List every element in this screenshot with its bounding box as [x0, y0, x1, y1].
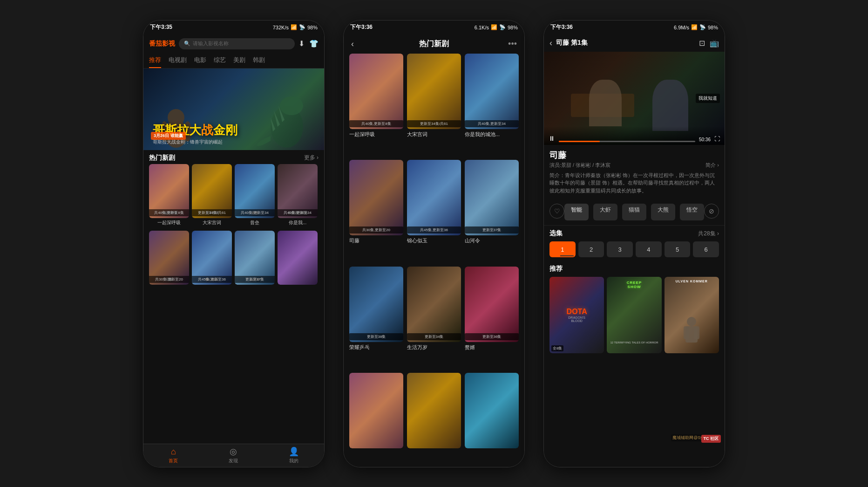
- drama-cast-3: 演员:景甜 / 张彬彬 / 李沐宸: [549, 162, 610, 169]
- server-maomao-3[interactable]: 猫猫: [622, 204, 646, 220]
- tc-badge: TC 社区: [701, 435, 721, 443]
- drama-name-1-2: 大宋宫词: [192, 219, 232, 226]
- figure1: [589, 80, 622, 126]
- status-bar-2: 下午3:36 6.1K/s 📶 📡 98%: [344, 21, 524, 34]
- ep-5-3[interactable]: 5: [665, 241, 691, 257]
- ep-2-3[interactable]: 2: [578, 241, 604, 257]
- rec-card-ulven-3[interactable]: ULVEN KOMMER: [665, 277, 719, 353]
- download-icon-1[interactable]: ⬇: [298, 39, 305, 48]
- status-icons-1: 732K/s 📶 📡 98%: [273, 24, 318, 30]
- drama-list-card-2-8[interactable]: 更新至34集 生活万岁: [407, 267, 461, 370]
- banner-1[interactable]: 哥斯拉大战金刚 3月26日 谁能赢 哥斯拉大战金刚：锋兽宇宙的崛起: [143, 69, 324, 150]
- drama-list-card-2-2[interactable]: 更新至34集/共61 大宋宫词: [407, 54, 461, 157]
- drama-list-card-2-9[interactable]: 更新至36集 赘婿: [465, 267, 519, 370]
- page-header-2: ‹ 热门新剧 •••: [344, 34, 524, 54]
- drama-card-1b-4[interactable]: [278, 231, 318, 285]
- svg-rect-12: [694, 326, 699, 339]
- drama-list-card-2-1[interactable]: 共40集,更新至8集 一起深呼吸: [349, 54, 403, 157]
- drama-list-name-2-9: 赘婿: [465, 344, 519, 351]
- more-link-hot-1[interactable]: 更多 ›: [304, 154, 319, 162]
- action-more-3[interactable]: ⊘: [704, 204, 719, 220]
- nav-tab-movie-1[interactable]: 电影: [194, 53, 206, 68]
- battery-1: 98%: [307, 25, 318, 30]
- ulven-title: ULVEN KOMMER: [666, 280, 717, 283]
- drama-list-name-2-7: 荣耀乒乓: [349, 344, 403, 351]
- rec-thumb-ulven-3: ULVEN KOMMER: [665, 277, 719, 353]
- ep-3-3[interactable]: 3: [607, 241, 633, 257]
- cast-icon-3[interactable]: 📺: [710, 39, 719, 48]
- drama-list-card-2-12[interactable]: [465, 373, 519, 467]
- drama-grid-1: 一起深呼吸 共40集,更新至8集 一起深呼吸 大宋宫词 更新至34集/共61 大…: [143, 164, 324, 226]
- dota-title: DOTA: [567, 308, 587, 316]
- drama-card-1b-1[interactable]: 司藤 共30集,更新至20: [149, 231, 189, 285]
- video-player-3[interactable]: 我就知道 ⏸ 50:36 ⛶: [544, 52, 725, 145]
- drama-list-name-2-1: 一起深呼吸: [349, 131, 403, 138]
- drama-card-1-2[interactable]: 大宋宫词 更新至34集/共61 大宋宫词: [192, 164, 232, 226]
- drama-list-card-2-6[interactable]: 更新至37集 山河令: [465, 160, 519, 263]
- drama-list-card-2-3[interactable]: 共40集,更新至34 你是我的城池...: [465, 54, 519, 157]
- drama-list-badge-2-1: 共40集,更新至8集: [349, 120, 403, 127]
- nav-tabs-1: 推荐 电视剧 电影 综艺 美剧 韩剧: [143, 53, 324, 69]
- episode-count-3[interactable]: 共28集 ›: [698, 230, 719, 238]
- server-daxiong-3[interactable]: 大熊: [651, 204, 675, 220]
- drama-list-thumb-2-5: 共45集,更新至36: [407, 160, 461, 235]
- progress-bar-3[interactable]: [559, 141, 695, 142]
- ep-4-3[interactable]: 4: [636, 241, 662, 257]
- bottom-nav-home-1[interactable]: ⌂ 首页: [169, 447, 178, 464]
- ep-6-3[interactable]: 6: [693, 241, 719, 257]
- nav-tab-variety-1[interactable]: 综艺: [214, 53, 226, 68]
- shirt-icon-1[interactable]: 👕: [309, 39, 319, 48]
- nav-tab-us-1[interactable]: 美剧: [233, 53, 245, 68]
- action-like-3[interactable]: ♡: [549, 204, 564, 220]
- nav-tab-tv-1[interactable]: 电视剧: [169, 53, 187, 68]
- pause-btn-3[interactable]: ⏸: [549, 135, 555, 142]
- creeps-subtitle: 12 TERRIFYING TALES OF HORROR: [607, 341, 661, 344]
- drama-card-1-4[interactable]: 你是我的城池 共40集,更新至34 你是我...: [278, 164, 318, 226]
- nav-tab-recommend-1[interactable]: 推荐: [149, 53, 161, 68]
- drama-card-1-1[interactable]: 一起深呼吸 共40集,更新至8集 一起深呼吸: [149, 164, 189, 226]
- rec-card-creeps-3[interactable]: CREEP SHOW 12 TERRIFYING TALES OF HORROR: [607, 277, 661, 353]
- drama-list-badge-2-7: 更新至38集: [349, 333, 403, 340]
- nav-tab-kr-1[interactable]: 韩剧: [253, 53, 265, 68]
- drama-list-card-2-7[interactable]: 更新至38集 荣耀乒乓: [349, 267, 403, 370]
- drama-list-thumb-2-8: 更新至34集: [407, 267, 461, 342]
- drama-card-1b-3[interactable]: 山河令 更新至37集: [235, 231, 275, 285]
- drama-list-thumb-2-12: [465, 373, 519, 448]
- person-silhouette: [680, 316, 703, 353]
- drama-more-link-3[interactable]: 简介 ›: [705, 162, 719, 169]
- video-header-3: ‹ 司藤 第1集 ⊡ 📺: [544, 34, 725, 52]
- drama-card-1b-2[interactable]: 锦心似玉 共45集,更新至36: [192, 231, 232, 285]
- rec-thumb-dota-3: DOTA DRAGON'SBLOOD 全8集: [549, 277, 604, 353]
- ep-1-3[interactable]: 1: [549, 241, 576, 257]
- pip-icon-3[interactable]: ⊡: [699, 39, 705, 48]
- drama-list-name-2-8: 生活万岁: [407, 344, 461, 351]
- drama-main-title-3: 司藤: [549, 150, 719, 161]
- back-btn-2[interactable]: ‹: [351, 39, 354, 49]
- ep-progress-1-3: [551, 255, 574, 256]
- server-wukong-3[interactable]: 悟空: [680, 204, 704, 220]
- bottom-nav-profile-1[interactable]: 👤 我的: [289, 446, 299, 464]
- video-back-3[interactable]: ‹: [549, 38, 552, 48]
- drama-list-card-2-10[interactable]: [349, 373, 403, 467]
- drama-list-card-2-5[interactable]: 共45集,更新至36 锦心似玉: [407, 160, 461, 263]
- bottom-nav-discover-1[interactable]: ◎ 发现: [229, 446, 238, 464]
- status-bar-3: 下午3:36 6.9M/s 📶 📡 98%: [544, 21, 725, 34]
- drama-card-1-3[interactable]: 昔垒 共40集,更新至34 昔垒: [235, 164, 275, 226]
- search-box-1[interactable]: 🔍 请输入影视名称: [179, 38, 295, 49]
- drama-list-card-2-4[interactable]: 共30集,更新至20 司藤: [349, 160, 403, 263]
- drama-list-card-2-11[interactable]: [407, 373, 461, 467]
- drama-list-name-2-6: 山河令: [465, 237, 519, 244]
- home-icon-1: ⌂: [171, 447, 176, 457]
- drama-list-badge-2-5: 共45集,更新至36: [407, 226, 461, 233]
- home-label-1: 首页: [169, 458, 178, 464]
- server-daxia-3[interactable]: 大虾: [593, 204, 617, 220]
- page-more-2[interactable]: •••: [508, 39, 517, 49]
- discover-icon-1: ◎: [230, 446, 237, 457]
- drama-list-thumb-2-6: 更新至37集: [465, 160, 519, 235]
- server-zhinen-3[interactable]: 智能: [564, 204, 589, 220]
- rec-card-dota-3[interactable]: DOTA DRAGON'SBLOOD 全8集: [549, 277, 604, 353]
- fullscreen-icon-3[interactable]: ⛶: [714, 136, 720, 142]
- time-1: 下午3:35: [150, 23, 172, 31]
- recommend-grid-3: DOTA DRAGON'SBLOOD 全8集 CREEP SHOW: [549, 277, 719, 353]
- drama-desc-3: 简介：青年设计师秦放（张彬彬 饰）在一次寻根过程中，因一次意外与沉睡数十年的司藤…: [549, 171, 719, 195]
